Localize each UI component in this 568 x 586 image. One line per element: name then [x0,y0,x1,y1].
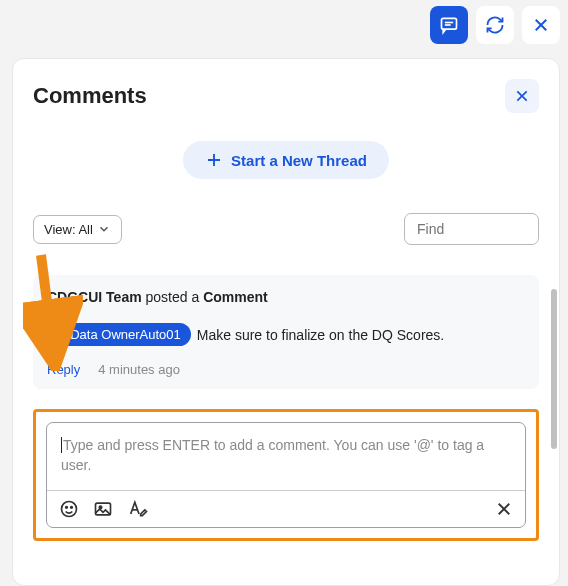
reply-textarea[interactable]: Type and press ENTER to add a comment. Y… [47,423,525,491]
emoji-button[interactable] [59,499,79,519]
controls-row: View: All [33,213,539,245]
view-filter-button[interactable]: View: All [33,215,122,244]
reply-placeholder: Type and press ENTER to add a comment. Y… [61,437,484,473]
reply-toolbar [47,491,525,527]
close-icon [514,88,530,104]
svg-point-13 [71,507,73,509]
panel-close-button[interactable] [505,79,539,113]
comment-card: CDGCUI Team posted a Comment @Data Owner… [33,275,539,389]
image-button[interactable] [93,499,113,519]
format-button[interactable] [127,499,151,519]
chevron-down-icon [97,222,111,236]
plus-icon [205,151,223,169]
refresh-icon [485,15,505,35]
comment-type: Comment [203,289,268,305]
format-icon [127,499,151,519]
comment-timestamp: 4 minutes ago [98,362,180,377]
reply-box: Type and press ENTER to add a comment. Y… [46,422,526,528]
svg-rect-0 [442,18,457,29]
text-caret [61,437,62,453]
comment-verb: posted a [142,289,204,305]
reply-close-button[interactable] [495,500,513,518]
comments-panel: Comments Start a New Thread View: All [12,58,560,586]
reply-box-highlight: Type and press ENTER to add a comment. Y… [33,409,539,541]
reply-link[interactable]: Reply [47,362,80,377]
comment-actions: Reply 4 minutes ago [47,362,525,377]
top-toolbar [430,6,560,44]
comment-body: @Data OwnerAuto01 Make sure to finalize … [47,323,525,346]
refresh-button[interactable] [476,6,514,44]
view-filter-label: View: All [44,222,93,237]
svg-point-11 [62,502,77,517]
image-icon [93,499,113,519]
comments-toggle-button[interactable] [430,6,468,44]
emoji-icon [59,499,79,519]
close-icon [532,16,550,34]
comment-author: CDGCUI Team [47,289,142,305]
find-input[interactable] [404,213,539,245]
top-close-button[interactable] [522,6,560,44]
start-new-thread-button[interactable]: Start a New Thread [183,141,389,179]
scrollbar[interactable] [551,289,557,449]
reply-tool-icons [59,499,151,519]
annotation-arrow [23,251,83,371]
panel-header: Comments [33,79,539,113]
comment-text: Make sure to finalize on the DQ Scores. [197,327,444,343]
comment-header: CDGCUI Team posted a Comment [47,289,525,305]
close-icon [495,500,513,518]
comment-icon [439,15,459,35]
mention-chip[interactable]: @Data OwnerAuto01 [47,323,191,346]
panel-title: Comments [33,83,147,109]
svg-point-12 [66,507,68,509]
start-new-thread-label: Start a New Thread [231,152,367,169]
